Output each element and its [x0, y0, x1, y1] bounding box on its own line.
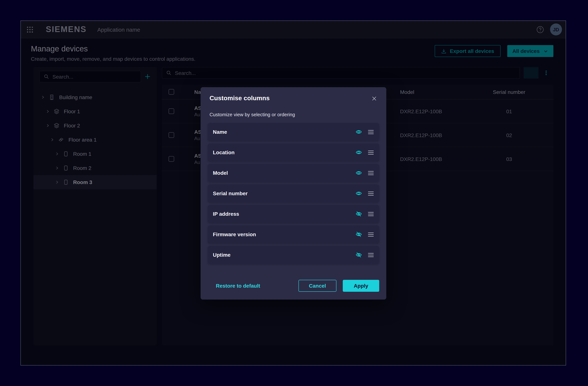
eye-icon [356, 190, 362, 197]
column-label: Name [213, 129, 352, 135]
column-row-model[interactable]: Model [208, 164, 379, 182]
drag-handle-icon [368, 232, 374, 237]
column-label: Firmware version [213, 231, 352, 237]
visibility-off-button[interactable] [352, 228, 365, 241]
column-label: Model [213, 170, 352, 176]
drag-handle-icon [368, 191, 374, 196]
column-row-serial-number[interactable]: Serial number [208, 184, 379, 202]
visibility-off-button[interactable] [352, 207, 365, 221]
eye-off-icon [356, 210, 362, 217]
customise-columns-modal: Customise columns Customize view by sele… [201, 87, 386, 299]
column-row-ip-address[interactable]: IP address [208, 205, 379, 223]
visibility-on-button[interactable] [352, 125, 365, 139]
page: SIEMENS Application name JD Manage devic… [0, 0, 588, 386]
drag-handle-icon [368, 211, 374, 216]
drag-handle-icon [368, 252, 374, 257]
drag-handle[interactable] [365, 228, 376, 241]
close-icon [371, 95, 377, 101]
eye-icon [356, 149, 362, 156]
modal-subtitle: Customize view by selecting or ordering [201, 112, 386, 117]
eye-off-icon [356, 231, 362, 238]
drag-handle-icon [368, 170, 374, 175]
column-label: IP address [213, 211, 352, 217]
drag-handle[interactable] [365, 146, 376, 159]
visibility-off-button[interactable] [352, 248, 365, 262]
close-button[interactable] [369, 93, 379, 103]
column-label: Uptime [213, 252, 352, 258]
drag-handle[interactable] [365, 248, 376, 262]
apply-button[interactable]: Apply [343, 280, 379, 292]
visibility-on-button[interactable] [352, 187, 365, 200]
drag-handle[interactable] [365, 166, 376, 180]
modal-title: Customise columns [210, 95, 369, 102]
modal-footer: Restore to default Cancel Apply [201, 280, 386, 292]
drag-handle[interactable] [365, 187, 376, 200]
cancel-button[interactable]: Cancel [298, 280, 336, 292]
column-row-firmware-version[interactable]: Firmware version [208, 226, 379, 243]
visibility-on-button[interactable] [352, 166, 365, 180]
eye-off-icon [356, 251, 362, 258]
column-row-name[interactable]: Name [208, 123, 379, 141]
eye-icon [356, 170, 362, 176]
column-row-location[interactable]: Location [208, 143, 379, 161]
visibility-on-button[interactable] [352, 146, 365, 159]
drag-handle-icon [368, 150, 374, 155]
drag-handle[interactable] [365, 207, 376, 221]
eye-icon [356, 129, 362, 135]
drag-handle-icon [368, 130, 374, 134]
column-row-uptime[interactable]: Uptime [208, 246, 379, 264]
column-label: Serial number [213, 190, 352, 196]
drag-handle[interactable] [365, 125, 376, 139]
restore-to-default-button[interactable]: Restore to default [216, 283, 260, 289]
column-list: NameLocationModelSerial numberIP address… [201, 123, 386, 264]
column-label: Location [213, 149, 352, 155]
